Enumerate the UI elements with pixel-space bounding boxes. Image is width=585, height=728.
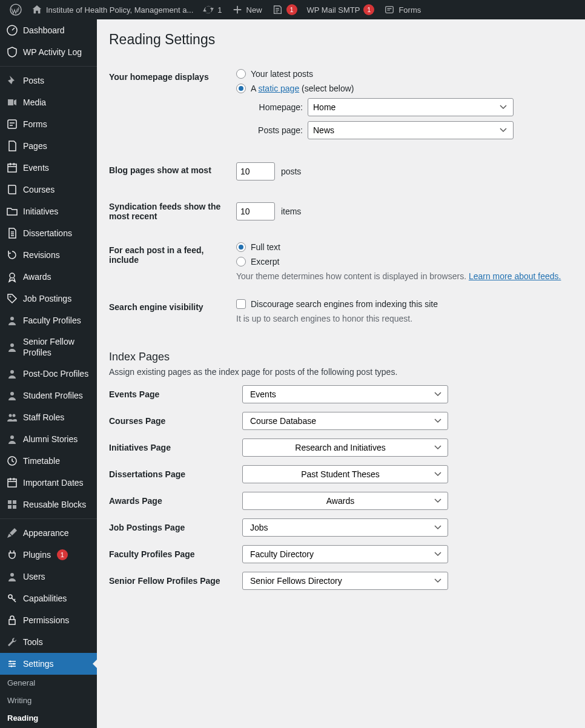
content: Reading Settings Your homepage displays … [97, 19, 585, 728]
menu-tools[interactable]: Tools [0, 631, 97, 653]
menu-forms[interactable]: Forms [0, 113, 97, 135]
homepage-select[interactable]: Home [308, 98, 514, 116]
svg-point-23 [10, 661, 12, 663]
person-icon [6, 433, 18, 445]
menu-dissertations[interactable]: Dissertations [0, 222, 97, 244]
svg-rect-17 [13, 500, 16, 504]
mailsmtp-label: WP Mail SMTP [307, 5, 360, 15]
svg-point-5 [10, 273, 15, 278]
faculty-page-select[interactable]: Faculty Directory [242, 545, 448, 563]
menu-appearance[interactable]: Appearance [0, 518, 97, 544]
feed-full-label: Full text [251, 242, 280, 252]
svg-rect-15 [8, 479, 16, 487]
menu-revisions[interactable]: Revisions [0, 244, 97, 266]
submenu-general[interactable]: General [0, 675, 97, 692]
svg-point-10 [10, 392, 14, 395]
forms-label: Forms [398, 5, 421, 15]
svg-rect-1 [386, 7, 394, 13]
radio-full-text[interactable] [236, 242, 246, 252]
faculty-page-label: Faculty Profiles Page [109, 549, 242, 559]
static-prefix: A [251, 84, 258, 93]
menu-courses[interactable]: Courses [0, 179, 97, 200]
radio-static-page[interactable] [236, 84, 246, 93]
senior-fellow-page-select[interactable]: Senior Fellows Directory [242, 572, 448, 590]
svg-point-8 [10, 343, 14, 347]
initiatives-page-label: Initiatives Page [109, 443, 242, 452]
group-icon [6, 411, 18, 423]
menu-pages[interactable]: Pages [0, 135, 97, 157]
menu-reusable-blocks[interactable]: Reusable Blocks [0, 494, 97, 515]
tag-icon [6, 293, 18, 305]
admin-menu: Dashboard WP Activity Log Posts Media Fo… [0, 19, 97, 728]
menu-staff-roles[interactable]: Staff Roles [0, 406, 97, 428]
menu-faculty-profiles[interactable]: Faculty Profiles [0, 309, 97, 331]
feed-desc: Your theme determines how content is dis… [236, 271, 469, 281]
syndication-unit: items [281, 207, 301, 216]
syndication-input[interactable] [236, 202, 275, 220]
form-icon [272, 4, 283, 15]
initiatives-page-select[interactable]: Research and Initiatives [242, 438, 448, 457]
new-content-link[interactable]: New [227, 0, 267, 19]
static-page-link[interactable]: static page [258, 84, 299, 93]
menu-alumni-stories[interactable]: Alumni Stories [0, 428, 97, 450]
menu-posts[interactable]: Posts [0, 66, 97, 91]
menu-permissions[interactable]: Permissions [0, 609, 97, 631]
document-icon [6, 227, 18, 239]
radio-latest-posts[interactable] [236, 69, 246, 79]
menu-important-dates[interactable]: Important Dates [0, 472, 97, 494]
feed-desc-link[interactable]: Learn more about feeds. [469, 271, 561, 281]
site-name-link[interactable]: Institute of Health Policy, Management a… [27, 0, 198, 19]
svg-point-20 [10, 573, 14, 577]
awards-page-select[interactable]: Awards [242, 492, 448, 510]
menu-initiatives[interactable]: Initiatives [0, 200, 97, 222]
menu-users[interactable]: Users [0, 566, 97, 587]
menu-media[interactable]: Media [0, 91, 97, 113]
calendar-icon [6, 477, 18, 489]
menu-post-doc-profiles[interactable]: Post-Doc Profiles [0, 363, 97, 385]
plus-icon [232, 4, 243, 15]
settings-submenu: General Writing Reading Media [0, 675, 97, 728]
admin-bar: Institute of Health Policy, Management a… [0, 0, 585, 19]
dissertations-page-select[interactable]: Past Student Theses [242, 465, 448, 483]
blog-pages-input[interactable] [236, 162, 275, 180]
dashboard-icon [6, 24, 18, 36]
search-engine-checkbox[interactable] [236, 299, 246, 309]
events-page-select[interactable]: Events [242, 385, 448, 403]
menu-student-profiles[interactable]: Student Profiles [0, 385, 97, 406]
courses-page-select[interactable]: Course Database [242, 412, 448, 430]
menu-job-postings[interactable]: Job Postings [0, 288, 97, 309]
folder-icon [6, 205, 18, 217]
menu-plugins[interactable]: Plugins1 [0, 544, 97, 566]
jobpostings-page-select[interactable]: Jobs [242, 518, 448, 537]
svg-point-7 [10, 317, 14, 320]
menu-timetable[interactable]: Timetable [0, 450, 97, 472]
forms-menu-icon [6, 118, 18, 130]
index-pages-desc: Assign existing pages as the index page … [109, 367, 573, 377]
wp-mail-smtp-link[interactable]: WP Mail SMTP 1 [302, 0, 380, 19]
menu-capabilities[interactable]: Capabilities [0, 587, 97, 609]
person-icon [6, 571, 18, 583]
feed-include-label: For each post in a feed, include [109, 233, 230, 290]
forms-notice[interactable]: 1 [267, 0, 302, 19]
menu-awards[interactable]: Awards [0, 266, 97, 288]
submenu-writing[interactable]: Writing [0, 692, 97, 710]
menu-events[interactable]: Events [0, 157, 97, 179]
forms-link[interactable]: Forms [379, 0, 426, 19]
page-title: Reading Settings [109, 31, 573, 48]
updates-link[interactable]: 1 [198, 0, 226, 19]
blog-pages-label: Blog pages show at most [109, 153, 230, 190]
wp-logo[interactable] [5, 0, 27, 19]
posts-page-select[interactable]: News [308, 121, 514, 139]
history-icon [6, 249, 18, 261]
syndication-label: Syndication feeds show the most recent [109, 190, 230, 233]
feed-excerpt-label: Excerpt [251, 257, 279, 266]
menu-senior-fellow-profiles[interactable]: Senior Fellow Profiles [0, 331, 97, 363]
book-icon [6, 184, 18, 196]
menu-settings[interactable]: Settings [0, 653, 97, 675]
homepage-displays-label: Your homepage displays [109, 60, 230, 153]
radio-excerpt[interactable] [236, 257, 246, 266]
menu-wp-activity-log[interactable]: WP Activity Log [0, 41, 97, 63]
menu-dashboard[interactable]: Dashboard [0, 19, 97, 41]
submenu-reading[interactable]: Reading [0, 710, 97, 727]
svg-rect-3 [8, 120, 16, 128]
